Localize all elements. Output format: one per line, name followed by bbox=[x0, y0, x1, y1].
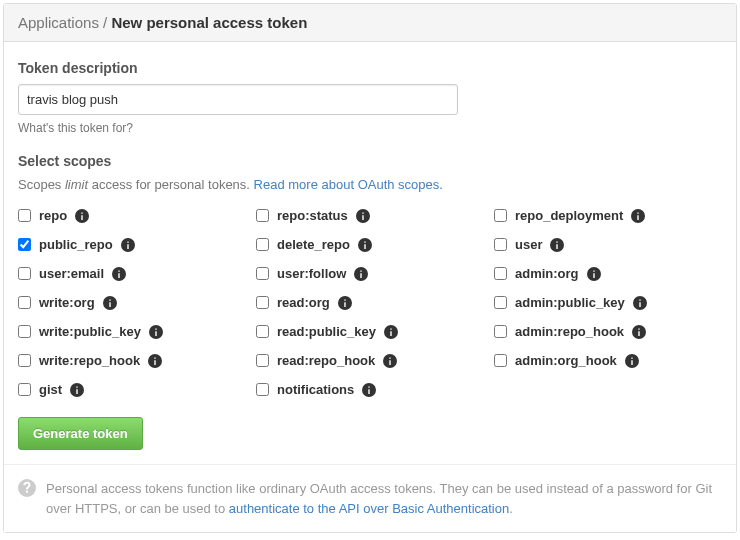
scope-checkbox[interactable] bbox=[256, 209, 269, 222]
panel-body: Token description What's this token for?… bbox=[4, 42, 736, 464]
info-icon[interactable] bbox=[587, 267, 601, 281]
scope-label: read:repo_hook bbox=[277, 353, 375, 368]
scope-label: gist bbox=[39, 382, 62, 397]
info-icon[interactable] bbox=[383, 354, 397, 368]
info-icon[interactable] bbox=[70, 383, 84, 397]
info-icon[interactable] bbox=[148, 354, 162, 368]
scope-checkbox[interactable] bbox=[494, 325, 507, 338]
description-label: Token description bbox=[18, 60, 722, 76]
description-input[interactable] bbox=[18, 84, 458, 115]
question-icon[interactable] bbox=[18, 479, 36, 518]
scope-label: notifications bbox=[277, 382, 354, 397]
footer-text: Personal access tokens function like ord… bbox=[46, 479, 722, 518]
scope-checkbox[interactable] bbox=[494, 209, 507, 222]
scope-checkbox[interactable] bbox=[494, 354, 507, 367]
info-icon[interactable] bbox=[631, 209, 645, 223]
scope-item-repo-status[interactable]: repo:status bbox=[256, 208, 484, 223]
footer-note: Personal access tokens function like ord… bbox=[4, 464, 736, 532]
scope-item-user-follow[interactable]: user:follow bbox=[256, 266, 484, 281]
info-icon[interactable] bbox=[103, 296, 117, 310]
info-icon[interactable] bbox=[112, 267, 126, 281]
scope-item-user-email[interactable]: user:email bbox=[18, 266, 246, 281]
token-panel: Applications / New personal access token… bbox=[3, 3, 737, 533]
scope-label: repo bbox=[39, 208, 67, 223]
scope-item-public-repo[interactable]: public_repo bbox=[18, 237, 246, 252]
scope-checkbox[interactable] bbox=[18, 354, 31, 367]
info-icon[interactable] bbox=[354, 267, 368, 281]
scope-label: write:org bbox=[39, 295, 95, 310]
info-icon[interactable] bbox=[550, 238, 564, 252]
info-icon[interactable] bbox=[75, 209, 89, 223]
info-icon[interactable] bbox=[358, 238, 372, 252]
scope-label: admin:public_key bbox=[515, 295, 625, 310]
scope-checkbox[interactable] bbox=[18, 267, 31, 280]
info-icon[interactable] bbox=[149, 325, 163, 339]
page-title: New personal access token bbox=[111, 14, 307, 31]
scope-checkbox[interactable] bbox=[256, 383, 269, 396]
description-help: What's this token for? bbox=[18, 121, 722, 135]
oauth-scopes-link[interactable]: Read more about OAuth scopes. bbox=[254, 177, 443, 192]
info-icon[interactable] bbox=[384, 325, 398, 339]
scope-label: read:public_key bbox=[277, 324, 376, 339]
scope-label: user bbox=[515, 237, 542, 252]
scope-item-user[interactable]: user bbox=[494, 237, 722, 252]
scopes-label: Select scopes bbox=[18, 153, 722, 169]
generate-token-button[interactable]: Generate token bbox=[18, 417, 143, 450]
scope-label: user:follow bbox=[277, 266, 346, 281]
scope-label: admin:org_hook bbox=[515, 353, 617, 368]
scope-checkbox[interactable] bbox=[494, 267, 507, 280]
scope-label: repo_deployment bbox=[515, 208, 623, 223]
scope-item-write-repo-hook[interactable]: write:repo_hook bbox=[18, 353, 246, 368]
scope-label: repo:status bbox=[277, 208, 348, 223]
scope-label: admin:org bbox=[515, 266, 579, 281]
scope-item-admin-repo-hook[interactable]: admin:repo_hook bbox=[494, 324, 722, 339]
scope-item-admin-org[interactable]: admin:org bbox=[494, 266, 722, 281]
scopes-description: Scopes limit access for personal tokens.… bbox=[18, 177, 722, 192]
info-icon[interactable] bbox=[362, 383, 376, 397]
scope-item-repo-deployment[interactable]: repo_deployment bbox=[494, 208, 722, 223]
scope-item-admin-public-key[interactable]: admin:public_key bbox=[494, 295, 722, 310]
scope-checkbox[interactable] bbox=[256, 238, 269, 251]
scope-label: write:repo_hook bbox=[39, 353, 140, 368]
scope-item-write-public-key[interactable]: write:public_key bbox=[18, 324, 246, 339]
scope-label: admin:repo_hook bbox=[515, 324, 624, 339]
scope-item-read-org[interactable]: read:org bbox=[256, 295, 484, 310]
scope-item-read-repo-hook[interactable]: read:repo_hook bbox=[256, 353, 484, 368]
scope-item-write-org[interactable]: write:org bbox=[18, 295, 246, 310]
scope-label: user:email bbox=[39, 266, 104, 281]
info-icon[interactable] bbox=[356, 209, 370, 223]
scope-checkbox[interactable] bbox=[18, 383, 31, 396]
scope-label: delete_repo bbox=[277, 237, 350, 252]
scope-checkbox[interactable] bbox=[18, 209, 31, 222]
info-icon[interactable] bbox=[625, 354, 639, 368]
scope-checkbox[interactable] bbox=[256, 325, 269, 338]
scope-item-admin-org-hook[interactable]: admin:org_hook bbox=[494, 353, 722, 368]
info-icon[interactable] bbox=[338, 296, 352, 310]
panel-header: Applications / New personal access token bbox=[4, 4, 736, 42]
scope-checkbox[interactable] bbox=[256, 267, 269, 280]
scope-checkbox[interactable] bbox=[18, 296, 31, 309]
scopes-grid: reporepo:statusrepo_deploymentpublic_rep… bbox=[18, 208, 722, 397]
scope-checkbox[interactable] bbox=[494, 238, 507, 251]
scope-item-delete-repo[interactable]: delete_repo bbox=[256, 237, 484, 252]
basic-auth-link[interactable]: authenticate to the API over Basic Authe… bbox=[229, 501, 509, 516]
scope-checkbox[interactable] bbox=[18, 325, 31, 338]
scope-item-gist[interactable]: gist bbox=[18, 382, 246, 397]
scope-label: read:org bbox=[277, 295, 330, 310]
scope-checkbox[interactable] bbox=[256, 296, 269, 309]
scope-item-repo[interactable]: repo bbox=[18, 208, 246, 223]
scope-checkbox[interactable] bbox=[494, 296, 507, 309]
scope-label: public_repo bbox=[39, 237, 113, 252]
info-icon[interactable] bbox=[121, 238, 135, 252]
scope-item-notifications[interactable]: notifications bbox=[256, 382, 484, 397]
scope-label: write:public_key bbox=[39, 324, 141, 339]
scope-item-read-public-key[interactable]: read:public_key bbox=[256, 324, 484, 339]
info-icon[interactable] bbox=[633, 296, 647, 310]
scope-checkbox[interactable] bbox=[256, 354, 269, 367]
info-icon[interactable] bbox=[632, 325, 646, 339]
breadcrumb: Applications / bbox=[18, 14, 107, 31]
scope-checkbox[interactable] bbox=[18, 238, 31, 251]
